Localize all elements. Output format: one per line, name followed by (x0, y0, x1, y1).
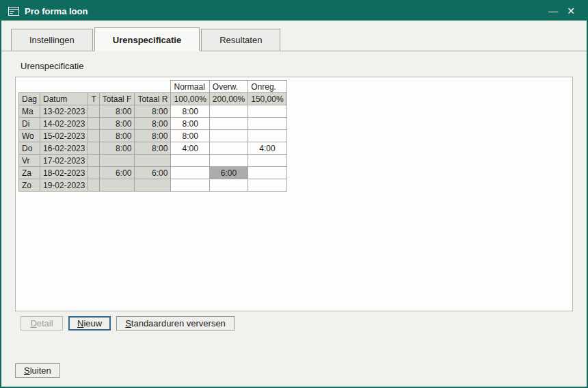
group-header-normaal: Normaal (171, 81, 209, 93)
cell-dag: Do (19, 142, 40, 155)
column-header-overw-pct: 200,00% (209, 93, 248, 105)
cell-onreg-150[interactable] (248, 167, 286, 179)
cell-overw-200[interactable] (209, 142, 248, 155)
titlebar: Pro forma loon — ✕ (1, 1, 587, 21)
cell-datum: 15-02-2023 (40, 130, 88, 142)
cell-totaal-r: 6:00 (135, 167, 171, 179)
cell-onreg-150[interactable] (248, 130, 286, 142)
column-header-dag: Dag (19, 93, 40, 105)
table-row: Ma13-02-20238:008:008:00 (19, 105, 287, 118)
cell-t (88, 155, 99, 167)
cell-totaal-f (99, 155, 135, 167)
column-header-totaal-r: Totaal R (135, 93, 171, 105)
cell-onreg-150[interactable] (248, 155, 286, 167)
cell-t (88, 179, 99, 192)
cell-t (88, 105, 99, 118)
section-title: Urenspecificatie (21, 61, 84, 71)
column-header-datum: Datum (40, 93, 88, 105)
cell-t (88, 167, 99, 179)
cell-datum: 13-02-2023 (40, 105, 88, 118)
tabstrip: Instellingen Urenspecificatie Resultaten (1, 21, 587, 51)
group-header-spacer (19, 81, 171, 93)
cell-overw-200[interactable]: 6:00 (209, 167, 248, 179)
cell-t (88, 142, 99, 155)
urenspecificatie-table: Normaal Overw. Onreg. Dag Datum T Totaal… (18, 80, 287, 192)
hours-grid-container: Normaal Overw. Onreg. Dag Datum T Totaal… (15, 77, 573, 311)
cell-overw-200[interactable] (209, 179, 248, 192)
column-header-onreg-pct: 150,00% (248, 93, 286, 105)
cell-overw-200[interactable] (209, 118, 248, 130)
tab-resultaten[interactable]: Resultaten (201, 29, 280, 51)
table-header-row: Dag Datum T Totaal F Totaal R 100,00% 20… (19, 93, 287, 105)
nieuw-button[interactable]: Nieuw (68, 316, 111, 331)
cell-overw-200[interactable] (209, 130, 248, 142)
group-header-onreg: Onreg. (248, 81, 286, 93)
cell-onreg-150[interactable] (248, 105, 286, 118)
cell-totaal-r (135, 179, 171, 192)
cell-totaal-f: 6:00 (99, 167, 135, 179)
cell-datum: 14-02-2023 (40, 118, 88, 130)
cell-normaal-100[interactable]: 4:00 (171, 142, 209, 155)
window-title: Pro forma loon (25, 6, 88, 16)
grid-action-buttons: Detail Nieuw Standaarduren verversen (21, 316, 235, 331)
cell-overw-200[interactable] (209, 155, 248, 167)
cell-datum: 17-02-2023 (40, 155, 88, 167)
table-group-header-row: Normaal Overw. Onreg. (19, 81, 287, 93)
cell-overw-200[interactable] (209, 105, 248, 118)
table-row: Zo19-02-2023 (19, 179, 287, 192)
tab-urenspecificatie[interactable]: Urenspecificatie (94, 27, 200, 51)
cell-normaal-100[interactable] (171, 167, 209, 179)
cell-dag: Wo (19, 130, 40, 142)
table-row: Vr17-02-2023 (19, 155, 287, 167)
column-header-t: T (88, 93, 99, 105)
table-body: Ma13-02-20238:008:008:00Di14-02-20238:00… (19, 105, 287, 192)
minimize-button[interactable]: — (544, 1, 562, 21)
cell-totaal-f: 8:00 (99, 142, 135, 155)
table-row: Do16-02-20238:008:004:004:00 (19, 142, 287, 155)
group-header-overw: Overw. (209, 81, 248, 93)
table-row: Wo15-02-20238:008:008:00 (19, 130, 287, 142)
table-row: Di14-02-20238:008:008:00 (19, 118, 287, 130)
cell-totaal-f: 8:00 (99, 118, 135, 130)
standaarduren-verversen-button[interactable]: Standaarduren verversen (116, 316, 235, 331)
cell-dag: Ma (19, 105, 40, 118)
cell-onreg-150[interactable] (248, 179, 286, 192)
cell-normaal-100[interactable]: 8:00 (171, 105, 209, 118)
cell-totaal-f: 8:00 (99, 105, 135, 118)
cell-normaal-100[interactable] (171, 179, 209, 192)
close-button[interactable]: ✕ (562, 1, 580, 21)
cell-totaal-r (135, 155, 171, 167)
table-row: Za18-02-20236:006:006:00 (19, 167, 287, 179)
column-header-normaal-pct: 100,00% (171, 93, 209, 105)
cell-datum: 16-02-2023 (40, 142, 88, 155)
tab-panel-urenspecificatie: Urenspecificatie Normaal Overw. Onreg. D… (1, 51, 587, 363)
cell-dag: Zo (19, 179, 40, 192)
cell-normaal-100[interactable]: 8:00 (171, 130, 209, 142)
cell-normaal-100[interactable] (171, 155, 209, 167)
cell-totaal-r: 8:00 (135, 130, 171, 142)
cell-totaal-r: 8:00 (135, 105, 171, 118)
cell-t (88, 130, 99, 142)
app-icon (8, 7, 19, 16)
detail-button[interactable]: Detail (21, 316, 63, 331)
cell-datum: 19-02-2023 (40, 179, 88, 192)
cell-totaal-f (99, 179, 135, 192)
sluiten-button[interactable]: Sluiten (15, 363, 60, 378)
cell-totaal-r: 8:00 (135, 118, 171, 130)
dialog-footer: Sluiten (1, 363, 587, 387)
cell-onreg-150[interactable]: 4:00 (248, 142, 286, 155)
cell-dag: Di (19, 118, 40, 130)
proforma-loon-dialog: Pro forma loon — ✕ Instellingen Urenspec… (0, 0, 588, 388)
column-header-totaal-f: Totaal F (99, 93, 135, 105)
cell-onreg-150[interactable] (248, 118, 286, 130)
tab-instellingen[interactable]: Instellingen (11, 29, 93, 51)
cell-totaal-f: 8:00 (99, 130, 135, 142)
cell-datum: 18-02-2023 (40, 167, 88, 179)
cell-normaal-100[interactable]: 8:00 (171, 118, 209, 130)
cell-totaal-r: 8:00 (135, 142, 171, 155)
cell-dag: Za (19, 167, 40, 179)
cell-t (88, 118, 99, 130)
cell-dag: Vr (19, 155, 40, 167)
